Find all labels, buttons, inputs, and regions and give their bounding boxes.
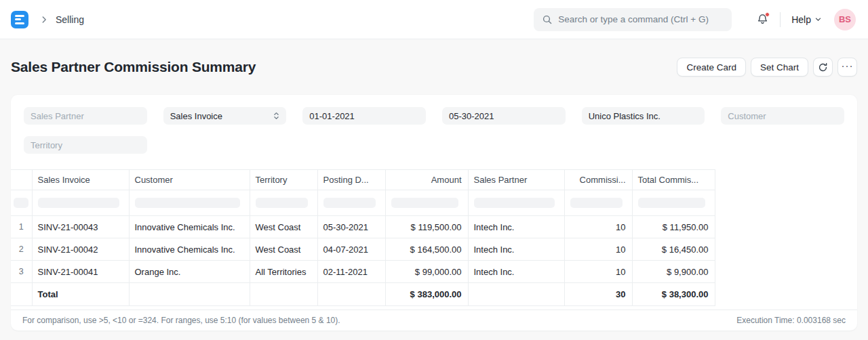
cell-amount[interactable]: $ 99,000.00 [385, 261, 468, 283]
user-avatar[interactable]: BS [834, 9, 856, 30]
execution-time: Execution Time: 0.003168 sec [736, 316, 846, 325]
total-empty [250, 283, 317, 306]
refresh-button[interactable] [813, 58, 833, 77]
row-index: 1 [11, 216, 32, 238]
cell-territory[interactable]: All Territories [250, 261, 317, 283]
cell-posting-date[interactable]: 02-11-2021 [317, 261, 385, 283]
column-filter-input[interactable] [323, 198, 376, 208]
column-filter-input[interactable] [638, 198, 705, 208]
col-header-total-commission[interactable]: Total Commis... [632, 170, 715, 190]
cell-customer[interactable]: Innovative Chemicals Inc. [129, 238, 250, 261]
table-header-row: Sales Invoice Customer Territory Posting… [11, 170, 715, 190]
report-footer: For comparison, use >5, <10 or =324. For… [11, 310, 857, 331]
col-header-index[interactable] [11, 170, 32, 190]
filter-sales-partner [24, 107, 147, 125]
cell-total-commission[interactable]: $ 16,450.00 [632, 238, 715, 261]
sales-partner-input[interactable] [31, 111, 140, 121]
more-menu-button[interactable]: ··· [837, 58, 857, 77]
filter-hint-text: For comparison, use >5, <10 or =324. For… [22, 316, 340, 325]
cell-sales-invoice[interactable]: SINV-21-00041 [32, 261, 129, 283]
col-header-territory[interactable]: Territory [250, 170, 317, 190]
cell-territory[interactable]: West Coast [250, 216, 317, 238]
cell-posting-date[interactable]: 05-30-2021 [317, 216, 385, 238]
total-total-commission: $ 38,300.00 [632, 283, 715, 306]
table-row: 2 SINV-21-00042 Innovative Chemicals Inc… [11, 238, 715, 261]
page-head: Sales Partner Commission Summary Create … [0, 39, 868, 95]
company-input[interactable] [589, 111, 698, 121]
filter-from-date [302, 107, 426, 125]
cell-territory[interactable]: West Coast [250, 238, 317, 261]
page-actions: Create Card Set Chart ··· [677, 58, 857, 77]
cell-amount[interactable]: $ 119,500.00 [385, 216, 468, 238]
create-card-button[interactable]: Create Card [677, 58, 746, 77]
report-card: Sales Invoice [11, 95, 857, 331]
chevron-down-icon [814, 16, 822, 23]
table-total-row: Total $ 383,000.00 30 $ 38,300.00 [11, 283, 715, 306]
cell-total-commission[interactable]: $ 11,950.00 [632, 216, 715, 238]
cell-customer[interactable]: Orange Inc. [129, 261, 250, 283]
page-title: Sales Partner Commission Summary [11, 59, 256, 75]
set-chart-button[interactable]: Set Chart [751, 58, 808, 77]
total-empty [129, 283, 250, 306]
total-amount: $ 383,000.00 [385, 283, 468, 306]
cell-sales-partner[interactable]: Intech Inc. [468, 216, 564, 238]
row-index: 2 [11, 238, 32, 261]
cell-sales-invoice[interactable]: SINV-21-00042 [32, 238, 129, 261]
table-filter-row [11, 190, 715, 216]
chevron-right-icon [39, 15, 49, 24]
cell-sales-invoice[interactable]: SINV-21-00043 [32, 216, 129, 238]
cell-commission[interactable]: 10 [564, 238, 632, 261]
table-row: 3 SINV-21-00041 Orange Inc. All Territor… [11, 261, 715, 283]
territory-input[interactable] [31, 140, 140, 150]
cell-sales-partner[interactable]: Intech Inc. [468, 238, 564, 261]
help-label: Help [791, 14, 811, 25]
total-empty [317, 283, 385, 306]
column-filter-input[interactable] [256, 198, 308, 208]
col-header-commission[interactable]: Commissi... [564, 170, 632, 190]
cell-posting-date[interactable]: 04-07-2021 [317, 238, 385, 261]
total-empty [468, 283, 564, 306]
select-arrows-icon [273, 111, 279, 121]
column-filter-input[interactable] [135, 198, 240, 208]
col-header-sales-partner[interactable]: Sales Partner [468, 170, 564, 190]
search-input[interactable] [558, 14, 724, 24]
report-table: Sales Invoice Customer Territory Posting… [11, 169, 857, 306]
cell-commission[interactable]: 10 [564, 216, 632, 238]
col-header-customer[interactable]: Customer [129, 170, 250, 190]
cell-customer[interactable]: Innovative Chemicals Inc. [129, 216, 250, 238]
col-header-sales-invoice[interactable]: Sales Invoice [32, 170, 129, 190]
cell-sales-partner[interactable]: Intech Inc. [468, 261, 564, 283]
help-menu[interactable]: Help [791, 14, 822, 25]
filter-customer [721, 107, 844, 125]
ellipsis-icon: ··· [842, 60, 854, 75]
app-logo-icon[interactable] [11, 11, 28, 28]
filter-to-date [442, 107, 566, 125]
filter-territory [24, 136, 147, 154]
col-header-amount[interactable]: Amount [385, 170, 468, 190]
report-filters: Sales Invoice [11, 95, 857, 154]
column-filter-input[interactable] [14, 198, 28, 208]
column-filter-input[interactable] [570, 198, 623, 208]
cell-commission[interactable]: 10 [564, 261, 632, 283]
row-index [11, 283, 32, 306]
row-index: 3 [11, 261, 32, 283]
cell-total-commission[interactable]: $ 9,900.00 [632, 261, 715, 283]
from-date-input[interactable] [309, 111, 419, 121]
navbar-divider [780, 12, 781, 27]
col-header-posting-date[interactable]: Posting D... [317, 170, 385, 190]
breadcrumb[interactable]: Selling [56, 14, 84, 25]
total-commission: 30 [564, 283, 632, 306]
refresh-icon [818, 62, 828, 72]
search-icon [542, 14, 553, 25]
doctype-select-value: Sales Invoice [170, 111, 222, 121]
filter-doctype-select[interactable]: Sales Invoice [163, 107, 287, 125]
column-filter-input[interactable] [474, 198, 555, 208]
column-filter-input[interactable] [38, 198, 119, 208]
customer-input[interactable] [728, 111, 837, 121]
global-search[interactable] [534, 8, 732, 31]
column-filter-input[interactable] [391, 198, 458, 208]
cell-amount[interactable]: $ 164,500.00 [385, 238, 468, 261]
table-row: 1 SINV-21-00043 Innovative Chemicals Inc… [11, 216, 715, 238]
notifications-button[interactable] [756, 13, 769, 26]
to-date-input[interactable] [449, 111, 559, 121]
